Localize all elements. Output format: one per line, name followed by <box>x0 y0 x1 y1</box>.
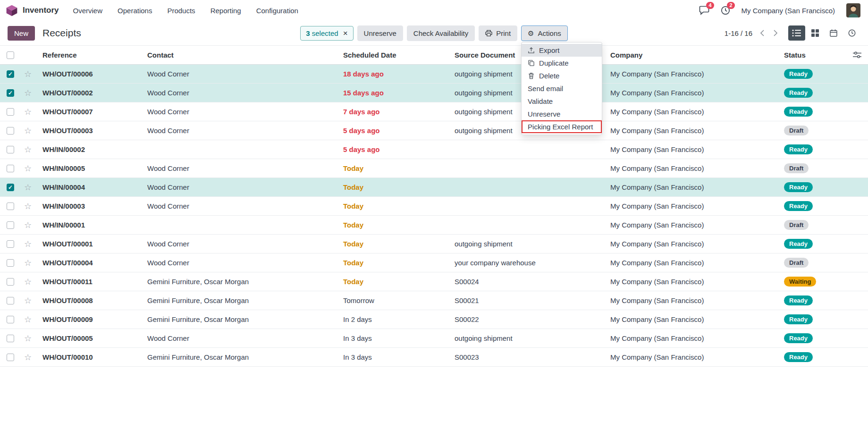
table-row[interactable]: ☆WH/OUT/00002Wood Corner15 days agooutgo… <box>0 84 868 102</box>
pager-next-button[interactable] <box>774 30 778 36</box>
cell-status: Ready <box>778 84 868 102</box>
menu-item-duplicate[interactable]: Duplicate <box>522 57 602 69</box>
row-checkbox[interactable] <box>7 70 14 78</box>
cell-company: My Company (San Francisco) <box>605 329 778 348</box>
menu-item-picking-excel-report[interactable]: Picking Excel Report <box>522 120 602 133</box>
status-badge: Draft <box>784 126 809 135</box>
nav-item-operations[interactable]: Operations <box>118 7 152 15</box>
nav-item-products[interactable]: Products <box>167 7 195 15</box>
row-checkbox[interactable] <box>7 165 14 172</box>
table-row[interactable]: ☆WH/OUT/00010Gemini Furniture, Oscar Mor… <box>0 348 868 367</box>
status-badge: Ready <box>784 107 813 117</box>
status-badge: Ready <box>784 201 813 211</box>
favorite-star-icon[interactable]: ☆ <box>24 88 32 98</box>
nav-item-configuration[interactable]: Configuration <box>256 7 298 15</box>
cell-scheduled-date: 5 days ago <box>337 121 449 140</box>
favorite-star-icon[interactable]: ☆ <box>24 183 32 192</box>
column-header-contact[interactable]: Contact <box>142 46 337 65</box>
row-checkbox[interactable] <box>7 108 14 116</box>
cell-company: My Company (San Francisco) <box>605 235 778 253</box>
cell-scheduled-date: In 3 days <box>337 348 449 367</box>
favorite-star-icon[interactable]: ☆ <box>24 164 32 173</box>
column-header-scheduled-date[interactable]: Scheduled Date <box>337 46 449 65</box>
favorite-star-icon[interactable]: ☆ <box>24 69 32 79</box>
cell-source-document: S00022 <box>449 310 605 329</box>
user-avatar[interactable] <box>846 3 860 17</box>
select-all-checkbox[interactable] <box>7 51 14 59</box>
favorite-star-icon[interactable]: ☆ <box>24 334 32 343</box>
column-settings-button[interactable] <box>853 45 861 64</box>
list-view-button[interactable] <box>788 25 805 41</box>
menu-item-delete[interactable]: Delete <box>522 69 602 82</box>
table-row[interactable]: ☆WH/OUT/00001Wood CornerTodayoutgoing sh… <box>0 235 868 253</box>
table-row[interactable]: ☆WH/OUT/00006Wood Corner18 days agooutgo… <box>0 65 868 84</box>
table-row[interactable]: ☆WH/OUT/00005Wood CornerIn 3 daysoutgoin… <box>0 329 868 348</box>
column-header-reference[interactable]: Reference <box>37 46 142 65</box>
row-checkbox[interactable] <box>7 127 14 135</box>
row-checkbox[interactable] <box>7 316 14 323</box>
row-checkbox[interactable] <box>7 184 14 191</box>
table-row[interactable]: ☆WH/IN/000025 days agoMy Company (San Fr… <box>0 140 868 159</box>
kanban-view-button[interactable] <box>807 25 824 41</box>
status-badge: Ready <box>784 239 813 249</box>
favorite-star-icon[interactable]: ☆ <box>24 315 32 324</box>
menu-item-unreserve[interactable]: Unreserve <box>522 108 602 120</box>
table-row[interactable]: ☆WH/IN/00001TodayMy Company (San Francis… <box>0 216 868 235</box>
favorite-star-icon[interactable]: ☆ <box>24 239 32 249</box>
favorite-star-icon[interactable]: ☆ <box>24 202 32 211</box>
column-header-company[interactable]: Company <box>605 46 778 65</box>
row-checkbox[interactable] <box>7 221 14 229</box>
table-row[interactable]: ☆WH/OUT/00008Gemini Furniture, Oscar Mor… <box>0 291 868 310</box>
favorite-star-icon[interactable]: ☆ <box>24 296 32 305</box>
table-row[interactable]: ☆WH/OUT/00011Gemini Furniture, Oscar Mor… <box>0 272 868 291</box>
favorite-star-icon[interactable]: ☆ <box>24 353 32 362</box>
table-row[interactable]: ☆WH/OUT/00009Gemini Furniture, Oscar Mor… <box>0 310 868 329</box>
cell-source-document: your company warehouse <box>449 253 605 272</box>
nav-item-reporting[interactable]: Reporting <box>211 7 241 15</box>
table-row[interactable]: ☆WH/OUT/00007Wood Corner7 days agooutgoi… <box>0 102 868 121</box>
actions-button[interactable]: ⚙ Actions <box>521 25 568 41</box>
favorite-star-icon[interactable]: ☆ <box>24 107 32 117</box>
row-checkbox[interactable] <box>7 89 14 97</box>
table-row[interactable]: ☆WH/IN/00003Wood CornerTodayMy Company (… <box>0 197 868 216</box>
cell-status: Ready <box>778 197 868 216</box>
pager-previous-button[interactable] <box>760 30 764 36</box>
activities-button[interactable]: 2 <box>721 6 730 15</box>
row-checkbox[interactable] <box>7 146 14 153</box>
menu-item-send-email[interactable]: Send email <box>522 82 602 95</box>
company-switcher[interactable]: My Company (San Francisco) <box>742 7 835 15</box>
cell-reference: WH/OUT/00002 <box>37 84 142 102</box>
table-row[interactable]: ☆WH/IN/00004Wood CornerTodayMy Company (… <box>0 178 868 197</box>
row-checkbox[interactable] <box>7 278 14 286</box>
print-button[interactable]: Print <box>479 25 517 41</box>
table-row[interactable]: ☆WH/OUT/00004Wood CornerTodayyour compan… <box>0 253 868 272</box>
favorite-star-icon[interactable]: ☆ <box>24 126 32 135</box>
table-row[interactable]: ☆WH/IN/00005Wood CornerTodayMy Company (… <box>0 159 868 178</box>
table-row[interactable]: ☆WH/OUT/00003Wood Corner5 days agooutgoi… <box>0 121 868 140</box>
favorite-star-icon[interactable]: ☆ <box>24 277 32 287</box>
new-button[interactable]: New <box>8 26 35 41</box>
row-checkbox[interactable] <box>7 240 14 248</box>
favorite-star-icon[interactable]: ☆ <box>24 258 32 268</box>
messages-button[interactable]: 4 <box>699 6 709 15</box>
favorite-star-icon[interactable]: ☆ <box>24 145 32 154</box>
calendar-view-button[interactable] <box>825 25 842 41</box>
row-checkbox[interactable] <box>7 354 14 361</box>
nav-item-overview[interactable]: Overview <box>73 7 103 15</box>
menu-item-validate[interactable]: Validate <box>522 95 602 108</box>
cell-status: Draft <box>778 216 868 235</box>
row-checkbox[interactable] <box>7 203 14 210</box>
activity-view-button[interactable] <box>843 25 860 41</box>
inventory-app-icon[interactable] <box>6 4 18 17</box>
check-availability-button[interactable]: Check Availability <box>407 25 475 41</box>
app-name[interactable]: Inventory <box>23 6 59 15</box>
cell-reference: WH/IN/00003 <box>37 197 142 216</box>
clear-selection-button[interactable]: × <box>343 30 348 37</box>
row-checkbox[interactable] <box>7 259 14 267</box>
row-checkbox[interactable] <box>7 335 14 342</box>
cell-scheduled-date: In 2 days <box>337 310 449 329</box>
menu-item-export[interactable]: Export <box>522 44 602 57</box>
row-checkbox[interactable] <box>7 297 14 304</box>
unreserve-button[interactable]: Unreserve <box>357 25 403 41</box>
favorite-star-icon[interactable]: ☆ <box>24 220 32 230</box>
